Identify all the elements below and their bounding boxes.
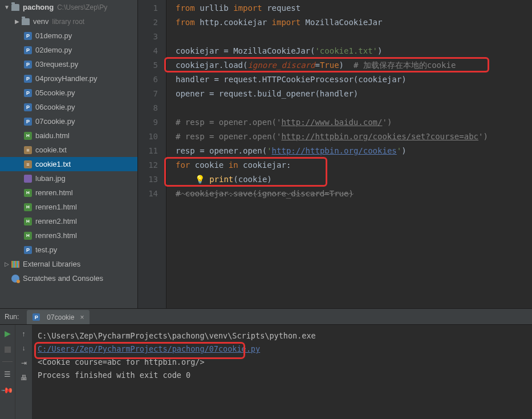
soft-wrap-button[interactable]: ⇥ <box>19 359 29 367</box>
file-name: 06cookie.py <box>35 103 75 111</box>
tree-file-item[interactable]: ≡cookie1.txt <box>0 157 137 171</box>
run-tab-title: 07cookie <box>47 313 74 321</box>
text-file-icon: ≡ <box>24 160 32 168</box>
tree-file-item[interactable]: Hbaidu.html <box>0 128 137 143</box>
close-icon[interactable]: × <box>80 313 84 321</box>
tree-file-item[interactable]: Hrenren2.html <box>0 214 137 228</box>
text-file-icon: ≡ <box>24 146 32 154</box>
chevron-right-icon: ▷ <box>3 261 10 267</box>
image-file-icon <box>24 175 32 183</box>
file-name: cookie1.txt <box>35 160 71 168</box>
file-name: cookie.txt <box>35 146 67 154</box>
file-name: 07cookie.py <box>35 117 75 126</box>
file-name: 04proxyHandler.py <box>35 74 97 83</box>
tree-file-item[interactable]: ≡cookie.txt <box>0 143 137 157</box>
file-name: renren2.html <box>35 217 77 225</box>
tree-venv-folder[interactable]: ▶ venv library root <box>0 14 137 29</box>
folder-icon <box>22 18 30 25</box>
run-tabs-bar: Run: P 07cookie × <box>0 309 532 325</box>
python-file-icon: P <box>24 246 32 254</box>
tree-external-libraries[interactable]: ▷ External Libraries <box>0 257 137 271</box>
root-path: C:\Users\Zep\Py <box>57 3 107 11</box>
tree-root-folder[interactable]: ▼ pachong C:\Users\Zep\Py <box>0 0 137 14</box>
tree-file-item[interactable]: Hrenren1.html <box>0 200 137 214</box>
run-controls-left: ▶ ☰ 📌 <box>0 325 15 419</box>
tree-file-item[interactable]: P07cookie.py <box>0 114 137 128</box>
project-tree[interactable]: ▼ pachong C:\Users\Zep\Py ▶ venv library… <box>0 0 138 308</box>
python-file-icon: P <box>24 75 32 83</box>
pin-button[interactable]: 📌 <box>1 384 13 396</box>
chevron-down-icon: ▼ <box>3 4 10 10</box>
line-gutter: 1234567 891011121314 <box>138 0 166 308</box>
file-name: renren.html <box>35 188 73 197</box>
chevron-right-icon: ▶ <box>14 18 21 25</box>
html-file-icon: H <box>24 217 32 225</box>
folder-icon <box>11 4 19 11</box>
separator <box>2 361 13 362</box>
tree-file-item[interactable]: Ptest.py <box>0 243 137 257</box>
tree-scratches[interactable]: Scratches and Consoles <box>0 271 137 285</box>
tree-file-item[interactable]: P05cookie.py <box>0 86 137 100</box>
python-file-icon: P <box>24 118 32 126</box>
print-button[interactable]: 🖶 <box>19 374 29 382</box>
venv-hint: library root <box>52 18 84 26</box>
tree-file-item[interactable]: Hrenren.html <box>0 186 137 200</box>
tree-file-item[interactable]: luban.jpg <box>0 171 137 186</box>
console-line-path[interactable]: C:/Users/Zep/PycharmProjects/pachong/07c… <box>38 344 260 353</box>
file-name: baidu.html <box>35 131 70 140</box>
file-name: 01demo.py <box>35 31 72 40</box>
stop-button[interactable] <box>3 345 12 353</box>
file-name: 02demo.py <box>35 46 72 54</box>
scratches-label: Scratches and Consoles <box>23 274 103 283</box>
console-output[interactable]: C:\Users\Zep\PycharmProjects\pachong\ven… <box>32 325 532 419</box>
scratches-icon <box>11 275 19 283</box>
tree-file-item[interactable]: P03request.py <box>0 57 137 71</box>
html-file-icon: H <box>24 203 32 211</box>
tree-file-item[interactable]: Hrenren3.html <box>0 228 137 243</box>
console-line: <Cookie course=abc for httpbin.org/> <box>38 356 526 369</box>
tree-file-item[interactable]: P06cookie.py <box>0 100 137 114</box>
file-name: 05cookie.py <box>35 88 75 97</box>
tree-file-item[interactable]: P01demo.py <box>0 29 137 43</box>
scroll-top-button[interactable]: ↑ <box>19 329 29 337</box>
python-file-icon: P <box>24 89 32 97</box>
code-area[interactable]: from urllib import request from http.coo… <box>166 0 532 308</box>
rerun-button[interactable]: ▶ <box>3 329 12 337</box>
root-name: pachong <box>23 3 54 11</box>
python-file-icon: P <box>24 32 32 40</box>
run-panel: Run: P 07cookie × ▶ ☰ 📌 ↑ ↓ ⇥ 🖶 C:\Users… <box>0 309 532 419</box>
layout-button[interactable]: ☰ <box>3 370 12 378</box>
html-file-icon: H <box>24 189 32 197</box>
venv-label: venv <box>33 17 48 26</box>
run-controls-right: ↑ ↓ ⇥ 🖶 <box>15 325 32 419</box>
file-name: renren3.html <box>35 231 77 240</box>
file-name: test.py <box>35 245 57 254</box>
html-file-icon: H <box>24 232 32 240</box>
library-icon <box>11 261 19 268</box>
python-file-icon: P <box>33 313 40 321</box>
console-line: Process finished with exit code 0 <box>38 369 526 382</box>
python-file-icon: P <box>24 103 32 111</box>
file-name: luban.jpg <box>35 174 66 183</box>
run-label: Run: <box>5 313 19 321</box>
file-name: renren1.html <box>35 203 77 211</box>
intention-bulb-icon[interactable]: 💡 <box>195 175 205 184</box>
tree-file-item[interactable]: P04proxyHandler.py <box>0 71 137 86</box>
console-line: C:\Users\Zep\PycharmProjects\pachong\ven… <box>38 331 316 340</box>
python-file-icon: P <box>24 46 32 54</box>
html-file-icon: H <box>24 132 32 140</box>
python-file-icon: P <box>24 61 32 69</box>
tree-file-item[interactable]: P02demo.py <box>0 43 137 57</box>
file-name: 03request.py <box>35 60 78 69</box>
scroll-bottom-button[interactable]: ↓ <box>19 344 29 352</box>
ext-lib-label: External Libraries <box>23 260 80 268</box>
code-editor[interactable]: 1234567 891011121314 from urllib import … <box>138 0 532 308</box>
run-tab-active[interactable]: P 07cookie × <box>27 310 90 324</box>
